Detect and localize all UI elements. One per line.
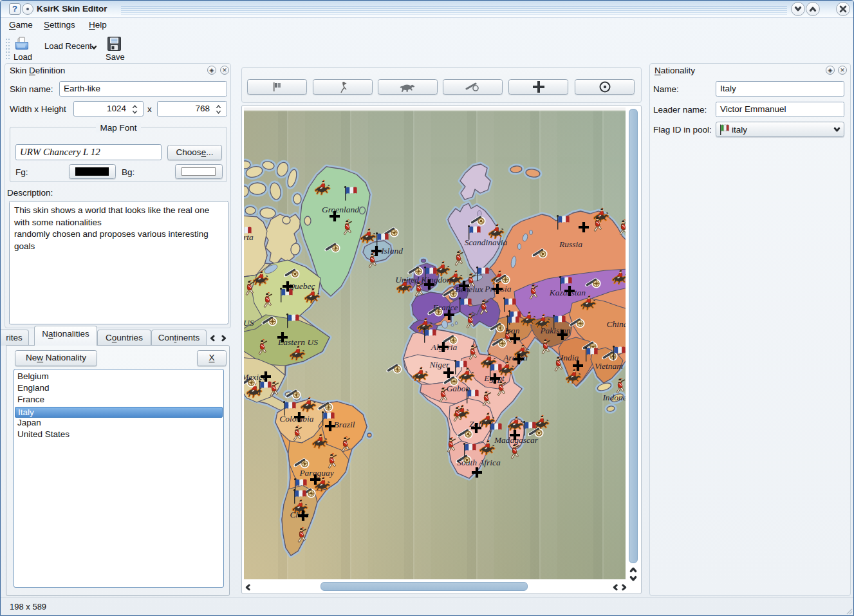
- svg-text:Scandinavia: Scandinavia: [465, 238, 508, 247]
- svg-text:United Kingdom: United Kingdom: [395, 275, 453, 285]
- svg-text:India: India: [560, 353, 579, 362]
- svg-text:Brazil: Brazil: [333, 420, 355, 429]
- svg-text:Island: Island: [380, 246, 403, 256]
- svg-text:Iran: Iran: [504, 326, 519, 335]
- svg-text:Gabon: Gabon: [447, 384, 470, 393]
- svg-text:Kazakstan: Kazakstan: [549, 288, 586, 297]
- svg-text:US: US: [244, 318, 254, 328]
- svg-text:China: China: [606, 319, 626, 329]
- svg-text:rta: rta: [244, 232, 254, 242]
- svg-text:Vietnam: Vietnam: [595, 361, 623, 371]
- svg-text:South Africa: South Africa: [457, 458, 501, 467]
- svg-text:France: France: [432, 303, 458, 312]
- svg-text:Indonesia: Indonesia: [602, 393, 626, 402]
- svg-text:Colombia: Colombia: [279, 414, 314, 424]
- svg-text:Groenland: Groenland: [322, 205, 359, 214]
- svg-text:Arabia: Arabia: [503, 353, 528, 362]
- svg-text:Niger: Niger: [429, 360, 450, 369]
- svg-text:Russia: Russia: [559, 239, 582, 249]
